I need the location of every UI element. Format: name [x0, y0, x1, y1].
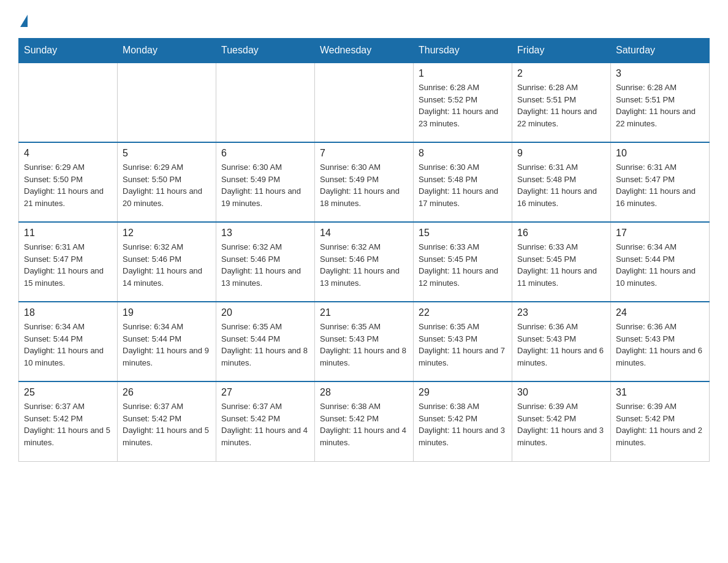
calendar-cell: 2Sunrise: 6:28 AM Sunset: 5:51 PM Daylig…: [512, 63, 611, 142]
calendar-cell: 20Sunrise: 6:35 AM Sunset: 5:44 PM Dayli…: [216, 302, 315, 381]
day-number: 13: [221, 228, 309, 239]
day-info: Sunrise: 6:31 AM Sunset: 5:47 PM Dayligh…: [24, 241, 112, 289]
calendar-cell: 22Sunrise: 6:35 AM Sunset: 5:43 PM Dayli…: [414, 302, 512, 381]
day-info: Sunrise: 6:34 AM Sunset: 5:44 PM Dayligh…: [24, 321, 112, 369]
day-number: 8: [419, 148, 507, 159]
calendar-cell: 18Sunrise: 6:34 AM Sunset: 5:44 PM Dayli…: [19, 302, 118, 381]
calendar-cell: 1Sunrise: 6:28 AM Sunset: 5:52 PM Daylig…: [414, 63, 512, 142]
day-info: Sunrise: 6:29 AM Sunset: 5:50 PM Dayligh…: [24, 161, 112, 209]
day-number: 4: [24, 148, 112, 159]
day-info: Sunrise: 6:38 AM Sunset: 5:42 PM Dayligh…: [419, 400, 507, 448]
weekday-header-monday: Monday: [118, 39, 216, 63]
calendar-week-row: 18Sunrise: 6:34 AM Sunset: 5:44 PM Dayli…: [19, 302, 710, 381]
day-number: 3: [616, 68, 704, 79]
day-info: Sunrise: 6:36 AM Sunset: 5:43 PM Dayligh…: [616, 321, 704, 369]
calendar-week-row: 1Sunrise: 6:28 AM Sunset: 5:52 PM Daylig…: [19, 63, 710, 142]
day-info: Sunrise: 6:33 AM Sunset: 5:45 PM Dayligh…: [419, 241, 507, 289]
calendar-cell: [19, 63, 118, 142]
day-number: 22: [419, 307, 507, 318]
calendar-cell: 21Sunrise: 6:35 AM Sunset: 5:43 PM Dayli…: [315, 302, 414, 381]
calendar-week-row: 11Sunrise: 6:31 AM Sunset: 5:47 PM Dayli…: [19, 222, 710, 302]
day-number: 26: [123, 387, 211, 398]
calendar-cell: 11Sunrise: 6:31 AM Sunset: 5:47 PM Dayli…: [19, 222, 118, 302]
calendar-cell: 8Sunrise: 6:30 AM Sunset: 5:48 PM Daylig…: [414, 142, 512, 222]
day-info: Sunrise: 6:35 AM Sunset: 5:43 PM Dayligh…: [419, 321, 507, 369]
calendar-cell: [315, 63, 414, 142]
day-info: Sunrise: 6:37 AM Sunset: 5:42 PM Dayligh…: [24, 400, 112, 448]
calendar-cell: [216, 63, 315, 142]
day-number: 24: [616, 307, 704, 318]
calendar-cell: 15Sunrise: 6:33 AM Sunset: 5:45 PM Dayli…: [414, 222, 512, 302]
day-number: 20: [221, 307, 309, 318]
weekday-header-sunday: Sunday: [19, 39, 118, 63]
logo: [18, 12, 28, 27]
day-number: 29: [419, 387, 507, 398]
day-info: Sunrise: 6:30 AM Sunset: 5:49 PM Dayligh…: [320, 161, 408, 209]
calendar-cell: 9Sunrise: 6:31 AM Sunset: 5:48 PM Daylig…: [512, 142, 611, 222]
day-number: 5: [123, 148, 211, 159]
calendar-cell: 7Sunrise: 6:30 AM Sunset: 5:49 PM Daylig…: [315, 142, 414, 222]
page-header: [18, 12, 710, 27]
weekday-header-saturday: Saturday: [611, 39, 710, 63]
day-number: 7: [320, 148, 408, 159]
calendar-cell: 24Sunrise: 6:36 AM Sunset: 5:43 PM Dayli…: [611, 302, 710, 381]
day-number: 2: [517, 68, 605, 79]
calendar-cell: 14Sunrise: 6:32 AM Sunset: 5:46 PM Dayli…: [315, 222, 414, 302]
calendar-cell: 5Sunrise: 6:29 AM Sunset: 5:50 PM Daylig…: [118, 142, 216, 222]
calendar-cell: 16Sunrise: 6:33 AM Sunset: 5:45 PM Dayli…: [512, 222, 611, 302]
day-number: 12: [123, 228, 211, 239]
calendar-cell: 23Sunrise: 6:36 AM Sunset: 5:43 PM Dayli…: [512, 302, 611, 381]
day-number: 19: [123, 307, 211, 318]
calendar-cell: 4Sunrise: 6:29 AM Sunset: 5:50 PM Daylig…: [19, 142, 118, 222]
day-number: 31: [616, 387, 704, 398]
day-number: 9: [517, 148, 605, 159]
day-number: 10: [616, 148, 704, 159]
day-info: Sunrise: 6:35 AM Sunset: 5:43 PM Dayligh…: [320, 321, 408, 369]
day-info: Sunrise: 6:35 AM Sunset: 5:44 PM Dayligh…: [221, 321, 309, 369]
day-info: Sunrise: 6:38 AM Sunset: 5:42 PM Dayligh…: [320, 400, 408, 448]
calendar-cell: 29Sunrise: 6:38 AM Sunset: 5:42 PM Dayli…: [414, 381, 512, 461]
day-info: Sunrise: 6:39 AM Sunset: 5:42 PM Dayligh…: [517, 400, 605, 448]
day-info: Sunrise: 6:36 AM Sunset: 5:43 PM Dayligh…: [517, 321, 605, 369]
calendar-cell: 3Sunrise: 6:28 AM Sunset: 5:51 PM Daylig…: [611, 63, 710, 142]
calendar-cell: 30Sunrise: 6:39 AM Sunset: 5:42 PM Dayli…: [512, 381, 611, 461]
day-number: 15: [419, 228, 507, 239]
calendar-cell: 27Sunrise: 6:37 AM Sunset: 5:42 PM Dayli…: [216, 381, 315, 461]
day-info: Sunrise: 6:30 AM Sunset: 5:49 PM Dayligh…: [221, 161, 309, 209]
day-info: Sunrise: 6:31 AM Sunset: 5:47 PM Dayligh…: [616, 161, 704, 209]
calendar-cell: 26Sunrise: 6:37 AM Sunset: 5:42 PM Dayli…: [118, 381, 216, 461]
day-info: Sunrise: 6:34 AM Sunset: 5:44 PM Dayligh…: [616, 241, 704, 289]
day-info: Sunrise: 6:37 AM Sunset: 5:42 PM Dayligh…: [221, 400, 309, 448]
day-number: 1: [419, 68, 507, 79]
day-number: 6: [221, 148, 309, 159]
day-number: 23: [517, 307, 605, 318]
day-info: Sunrise: 6:31 AM Sunset: 5:48 PM Dayligh…: [517, 161, 605, 209]
day-number: 14: [320, 228, 408, 239]
calendar-cell: 19Sunrise: 6:34 AM Sunset: 5:44 PM Dayli…: [118, 302, 216, 381]
logo-triangle-icon: [20, 15, 28, 27]
day-info: Sunrise: 6:30 AM Sunset: 5:48 PM Dayligh…: [419, 161, 507, 209]
calendar-cell: 28Sunrise: 6:38 AM Sunset: 5:42 PM Dayli…: [315, 381, 414, 461]
day-number: 11: [24, 228, 112, 239]
calendar-cell: 12Sunrise: 6:32 AM Sunset: 5:46 PM Dayli…: [118, 222, 216, 302]
day-info: Sunrise: 6:28 AM Sunset: 5:51 PM Dayligh…: [517, 82, 605, 129]
calendar-table: SundayMondayTuesdayWednesdayThursdayFrid…: [18, 38, 710, 462]
day-number: 28: [320, 387, 408, 398]
day-info: Sunrise: 6:34 AM Sunset: 5:44 PM Dayligh…: [123, 321, 211, 369]
weekday-header-wednesday: Wednesday: [315, 39, 414, 63]
calendar-week-row: 4Sunrise: 6:29 AM Sunset: 5:50 PM Daylig…: [19, 142, 710, 222]
day-info: Sunrise: 6:33 AM Sunset: 5:45 PM Dayligh…: [517, 241, 605, 289]
day-info: Sunrise: 6:28 AM Sunset: 5:51 PM Dayligh…: [616, 82, 704, 129]
weekday-header-friday: Friday: [512, 39, 611, 63]
weekday-header-tuesday: Tuesday: [216, 39, 315, 63]
day-number: 25: [24, 387, 112, 398]
day-number: 18: [24, 307, 112, 318]
day-info: Sunrise: 6:32 AM Sunset: 5:46 PM Dayligh…: [123, 241, 211, 289]
day-number: 30: [517, 387, 605, 398]
calendar-cell: 25Sunrise: 6:37 AM Sunset: 5:42 PM Dayli…: [19, 381, 118, 461]
calendar-header-row: SundayMondayTuesdayWednesdayThursdayFrid…: [19, 39, 710, 63]
day-number: 16: [517, 228, 605, 239]
day-info: Sunrise: 6:29 AM Sunset: 5:50 PM Dayligh…: [123, 161, 211, 209]
day-info: Sunrise: 6:32 AM Sunset: 5:46 PM Dayligh…: [221, 241, 309, 289]
weekday-header-thursday: Thursday: [414, 39, 512, 63]
